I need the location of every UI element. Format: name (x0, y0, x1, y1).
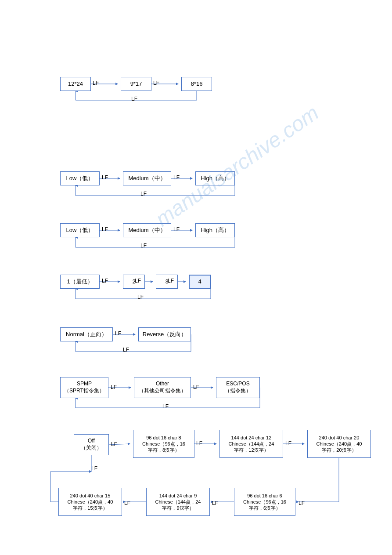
box-144dot24char9: 144 dot 24 char 9 Chinese（144点，24 字符，9汉字… (146, 488, 210, 516)
lf-r2-3: LF (140, 191, 147, 197)
lf-r3-2: LF (173, 226, 180, 232)
box-9x17: 9*17 (121, 77, 151, 91)
box-medium-1: Medium（中） (123, 171, 171, 185)
lf-r7-5: LF (124, 500, 130, 506)
lf-r5-2: LF (123, 347, 129, 353)
lf-r6-2: LF (193, 384, 199, 390)
lf-r1-2: LF (153, 80, 159, 86)
box-3: 3 (156, 275, 178, 289)
lf-r5-1: LF (115, 330, 121, 337)
box-other: Other （其他公司指令集） (134, 377, 191, 398)
box-spmp: SPMP （SPRT指令集） (60, 377, 108, 398)
lf-r2-1: LF (102, 174, 108, 181)
diagram-container: manualsarchive.com (0, 0, 392, 555)
box-144dot24char12: 144 dot 24 char 12 Chinese（144点，24 字符，12… (219, 430, 283, 458)
box-96dot16char6: 96 dot 16 char 6 Chinese（96点，16 字符，6汉字） (234, 488, 295, 516)
box-2: 2 (123, 275, 145, 289)
lf-r4-1: LF (102, 278, 108, 284)
lf-r7-2: LF (196, 440, 202, 446)
lf-r3-3: LF (140, 243, 147, 249)
box-reverse: Reverse（反向） (138, 327, 191, 341)
box-high-2: High（高） (195, 223, 235, 237)
lf-r6-3: LF (162, 403, 169, 410)
lf-r7-6: LF (212, 500, 218, 506)
box-240dot40char15: 240 dot 40 char 15 Chinese（240点，40 字符，15… (58, 488, 122, 516)
box-low-2: Low（低） (60, 223, 100, 237)
lf-r1-3: LF (131, 96, 137, 102)
lf-r7-3: LF (285, 440, 291, 446)
lf-r4-4: LF (137, 294, 144, 300)
lf-r1-1: LF (93, 80, 99, 86)
box-96dot16char8: 96 dot 16 char 8 Chinese（96点，16 字符，8汉字） (133, 430, 194, 458)
lf-r4-3: LF (168, 278, 174, 284)
lf-r3-1: LF (102, 226, 108, 232)
watermark: manualsarchive.com (151, 101, 323, 232)
box-240dot40char20: 240 dot 40 char 20 Chinese（240点，40 字符，20… (307, 430, 371, 458)
box-off: Off （关闭） (74, 434, 109, 455)
box-escpos: ESC/POS （指令集） (216, 377, 260, 398)
box-normal: Normal（正向） (60, 327, 113, 341)
box-medium-2: Medium（中） (123, 223, 171, 237)
lf-r6-1: LF (111, 384, 117, 390)
lf-r7-7: LF (298, 500, 305, 506)
lf-r7-4: LF (91, 465, 97, 472)
box-high-1: High（高） (195, 171, 235, 185)
lf-r2-2: LF (173, 174, 180, 181)
box-8x16: 8*16 (181, 77, 212, 91)
lf-r7-1: LF (111, 441, 117, 447)
lf-r4-2: LF (135, 278, 141, 284)
box-12x24: 12*24 (60, 77, 91, 91)
box-4-selected: 4 (189, 275, 211, 289)
box-low-1: Low（低） (60, 171, 100, 185)
box-1-lowest: 1（最低） (60, 275, 100, 289)
